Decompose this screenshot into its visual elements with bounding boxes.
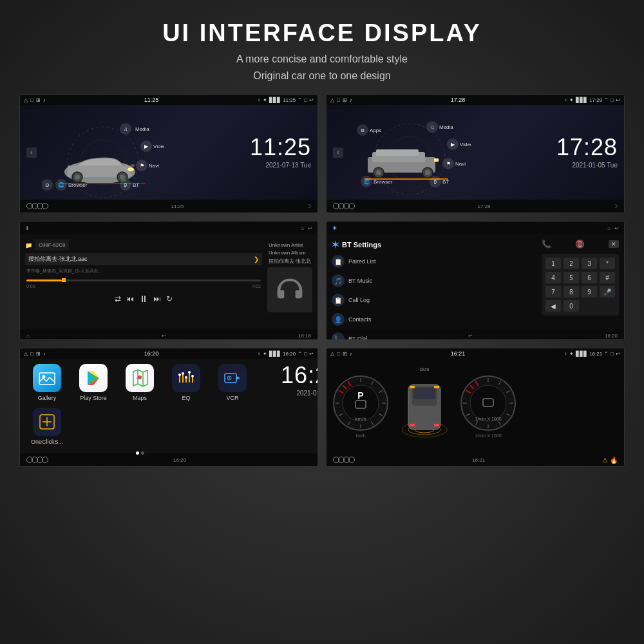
- numpad-7[interactable]: 7: [545, 286, 561, 298]
- vcr-label: VCR: [226, 395, 238, 401]
- numpad-9[interactable]: 9: [582, 286, 597, 298]
- app-gallery[interactable]: Gallery: [28, 364, 66, 401]
- numpad-8[interactable]: 8: [564, 286, 579, 298]
- home-icon-bt[interactable]: ⌂: [607, 225, 611, 231]
- numpad-2[interactable]: 2: [564, 258, 579, 269]
- dot-indicator: [28, 451, 252, 455]
- bottom-time-1: 11:25: [171, 204, 184, 209]
- bottom-time-3: 16:18: [298, 333, 311, 339]
- screen-1-home: △ □ ⊞ ♪ 11:25 ♀ ✦ ▊▊▊ 11:25 ⌃ □ ↩: [19, 94, 318, 213]
- time-total: 4:02: [252, 284, 261, 289]
- svg-point-73: [188, 371, 191, 374]
- svg-rect-108: [410, 386, 415, 388]
- audi-logo-6: [333, 457, 355, 463]
- svg-rect-111: [434, 424, 439, 426]
- bt-contacts[interactable]: 👤 Contacts: [332, 312, 536, 327]
- subtitle: A more concise and comfortable style Ori…: [162, 51, 482, 84]
- repeat-btn[interactable]: ↻: [166, 294, 173, 303]
- numpad-prev-page[interactable]: ◀: [545, 300, 561, 312]
- svg-text:Media: Media: [439, 124, 453, 130]
- music-top-bar: ⬆ ⌂ ↩: [20, 222, 317, 234]
- svg-text:₿: ₿: [433, 179, 437, 185]
- numpad-0[interactable]: 0: [564, 300, 579, 312]
- svg-text:⊙: ⊙: [45, 182, 50, 188]
- bottom-bar-1: 11:25 ☽: [20, 200, 317, 213]
- call-log-icon: 📋: [332, 294, 345, 307]
- home-btn-music[interactable]: ⌂: [26, 333, 30, 339]
- svg-rect-9: [131, 164, 135, 167]
- numpad-3[interactable]: 3: [582, 258, 597, 269]
- time-current: 0:00: [26, 284, 35, 289]
- apps-row-2: OneClickS...: [28, 408, 252, 445]
- back-btn-bt[interactable]: ↩: [468, 333, 473, 339]
- svg-text:⚑: ⚑: [140, 163, 144, 169]
- playstore-icon: [79, 364, 108, 392]
- app-oneclicks[interactable]: OneClickS...: [28, 408, 66, 445]
- svg-point-71: [182, 372, 184, 375]
- shuffle-btn[interactable]: ⇄: [115, 294, 121, 303]
- maps-icon: G: [126, 364, 154, 392]
- svg-text:Video: Video: [460, 142, 471, 147]
- svg-rect-57: [39, 373, 55, 384]
- nav-arrow-1[interactable]: ‹: [26, 147, 37, 158]
- svg-text:▶: ▶: [144, 144, 149, 149]
- nav-arrow-2[interactable]: ‹: [333, 147, 343, 158]
- svg-rect-109: [434, 386, 439, 388]
- progress-fill: [26, 279, 62, 281]
- music-info: Unknown Artist Unknown Album 摆拍你离去·张北北: [269, 240, 311, 265]
- endcall-icon[interactable]: 📵: [575, 240, 585, 249]
- numpad-4[interactable]: 4: [545, 272, 561, 283]
- bt-menu: ✶ BT Settings 📋 Paired List 🎵 BT Music 📋…: [332, 240, 536, 324]
- back-icon-bt[interactable]: ↩: [614, 225, 619, 231]
- svg-text:₿: ₿: [124, 182, 127, 188]
- bt-music[interactable]: 🎵 BT Music: [332, 273, 536, 289]
- svg-text:♫: ♫: [124, 126, 128, 132]
- bottom-bar-5: 16:20: [20, 453, 317, 466]
- car-area-2: ⚙ Apps ♫ Media ▶ Video ⚑ Navi: [348, 117, 529, 188]
- numpad-1[interactable]: 1: [545, 258, 561, 269]
- numpad-5[interactable]: 5: [564, 272, 579, 283]
- app-vcr[interactable]: VCR: [213, 364, 252, 401]
- svg-text:♫: ♫: [430, 124, 434, 130]
- next-btn[interactable]: ⏭: [153, 294, 161, 303]
- oneclicks-label: OneClickS...: [31, 439, 63, 445]
- home-body-1: ‹: [20, 105, 317, 200]
- bt-dial[interactable]: 📞 BT Dial: [332, 331, 536, 340]
- prev-btn[interactable]: ⏮: [126, 294, 134, 303]
- status-time-2: 17:28: [451, 97, 466, 103]
- tachometer-svg: 1/min X 1000: [459, 374, 517, 432]
- svg-text:BT: BT: [442, 179, 449, 185]
- numpad-mic[interactable]: 🎤: [600, 286, 615, 298]
- app-maps[interactable]: G Maps: [120, 364, 159, 401]
- back-btn-music[interactable]: ↩: [162, 333, 166, 339]
- app-playstore[interactable]: Play Store: [74, 364, 113, 401]
- svg-text:Browser: Browser: [68, 182, 88, 188]
- app-eq[interactable]: EQ: [167, 364, 205, 401]
- screen-6-gauge: △ □ ⊞ ♪ 16:21 ♀ ✦ ▊▊▊ 16:21 ⌃ □ ↩: [326, 348, 625, 467]
- home-icon-music[interactable]: ⌂: [301, 225, 304, 231]
- km-label: 0km: [419, 366, 429, 372]
- bt-paired-list[interactable]: 📋 Paired List: [332, 254, 536, 269]
- answer-icon[interactable]: 📞: [542, 240, 551, 249]
- play-btn[interactable]: ⏸: [139, 294, 148, 304]
- svg-text:🌐: 🌐: [364, 179, 370, 185]
- oneclicks-icon: [33, 408, 61, 436]
- clock-time-2: 17:28: [534, 136, 618, 159]
- screen-5-apps: △ □ ⊞ ♪ 16:20 ♀ ✦ ▊▊▊ 16:20 ⌃ □ ↩: [19, 348, 318, 467]
- svg-rect-107: [413, 388, 435, 399]
- home-body-2: ‹: [327, 105, 624, 200]
- bottom-bar-2: 17:28 ☽: [327, 200, 624, 213]
- close-btn[interactable]: ✕: [609, 240, 619, 248]
- rpm-label: 1/min X 1000: [475, 433, 501, 438]
- car-center-svg: [392, 375, 457, 446]
- numpad: 1 2 3 * 4 5 6 # 7 8 9 🎤: [542, 254, 619, 316]
- home-btn-bt[interactable]: ⌂: [333, 333, 336, 339]
- bt-call-log[interactable]: 📋 Call Log: [332, 292, 536, 308]
- bt-icon-top: ✶: [332, 224, 337, 232]
- back-icon-music[interactable]: ↩: [308, 225, 312, 231]
- numpad-star[interactable]: *: [600, 258, 615, 269]
- numpad-6[interactable]: 6: [582, 272, 597, 283]
- numpad-hash[interactable]: #: [600, 272, 615, 283]
- svg-point-8: [128, 167, 134, 171]
- numpad-header: 📞 📵 ✕: [542, 240, 619, 249]
